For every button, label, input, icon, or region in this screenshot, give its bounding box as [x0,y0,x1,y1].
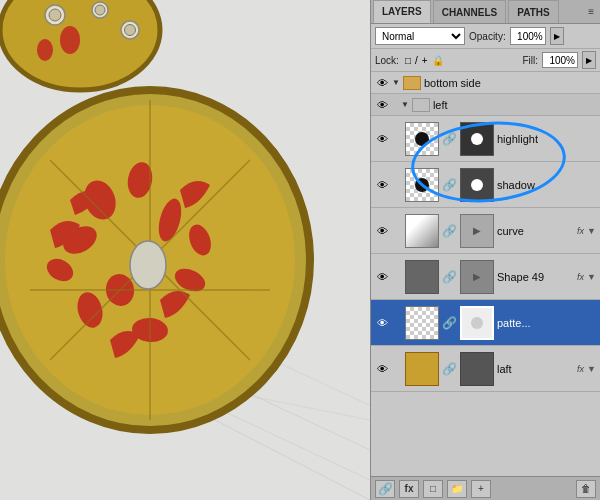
layer-group-bottom-side[interactable]: 👁 ▼ bottom side [371,72,600,94]
layer-row-highlight[interactable]: 👁 🔗 highlight [371,116,600,162]
mask-thumbnail-curve: ▶ [460,214,494,248]
layer-row-patte[interactable]: 👁 🔗 patte... [371,300,600,346]
layers-list: 👁 ▼ bottom side 👁 ▼ left 👁 🔗 [371,72,600,476]
layers-panel: LAYERS CHANNELS PATHS ≡ Normal Opacity: … [370,0,600,500]
thumbnail-shadow [405,168,439,202]
eye-icon-left-bottom[interactable]: 👁 [375,362,389,376]
arrow-icon-left-bottom: ▼ [587,364,596,374]
layer-name-shadow: shadow [497,179,596,191]
eye-icon-shape49[interactable]: 👁 [375,270,389,284]
arrow-icon-shape49: ▼ [587,272,596,282]
svg-point-32 [60,26,80,54]
eye-icon-curve[interactable]: 👁 [375,224,389,238]
link-icon-patte[interactable]: 🔗 [442,316,457,330]
lock-label: Lock: [375,55,399,66]
thumbnail-curve [405,214,439,248]
mask-thumbnail-highlight [460,122,494,156]
eye-icon-patte[interactable]: 👁 [375,316,389,330]
blend-mode-row: Normal Opacity: ▶ [371,24,600,49]
tab-layers[interactable]: LAYERS [373,0,431,23]
panel-tabs: LAYERS CHANNELS PATHS ≡ [371,0,600,24]
lock-row: Lock: □ / + 🔒 Fill: ▶ [371,49,600,72]
svg-point-29 [95,5,105,15]
lock-all-icon[interactable]: 🔒 [432,55,444,66]
layer-row-shadow[interactable]: 👁 🔗 shadow [371,162,600,208]
layer-name-highlight: highlight [497,133,596,145]
sub-group-name: left [433,99,596,111]
lock-transparent-icon[interactable]: □ [405,55,411,66]
svg-point-31 [125,25,136,36]
thumbnail-shape49 [405,260,439,294]
sub-folder-icon [412,98,430,112]
layer-name-patte: patte... [497,317,596,329]
panel-menu-icon[interactable]: ≡ [584,6,598,17]
highlighted-rows-container: 👁 🔗 highlight 👁 🔗 [371,116,600,208]
eye-icon-shadow[interactable]: 👁 [375,178,389,192]
layer-row-curve[interactable]: 👁 🔗 ▶ curve fx ▼ [371,208,600,254]
thumbnail-left-bottom [405,352,439,386]
eye-icon-sub[interactable]: 👁 [375,98,389,112]
fx-label-shape49: fx [577,272,584,282]
layer-row-shape49[interactable]: 👁 🔗 ▶ Shape 49 fx ▼ [371,254,600,300]
mask-thumbnail-shape49: ▶ [460,260,494,294]
thumbnail-highlight [405,122,439,156]
link-icon-shape49[interactable]: 🔗 [442,270,457,284]
svg-point-27 [49,9,61,21]
thumbnail-patte [405,306,439,340]
group-name: bottom side [424,77,596,89]
tab-paths[interactable]: PATHS [508,0,558,23]
layer-row-left-bottom[interactable]: 👁 🔗 laft fx ▼ [371,346,600,392]
artwork-svg [0,0,370,500]
fill-arrow[interactable]: ▶ [582,51,596,69]
layer-name-shape49: Shape 49 [497,271,574,283]
layer-sub-group-left[interactable]: 👁 ▼ left [371,94,600,116]
mask-dot-shadow [415,178,429,192]
arrow-icon-curve: ▼ [587,226,596,236]
add-mask-btn[interactable]: □ [423,480,443,498]
sub-expand-icon[interactable]: ▼ [401,100,409,109]
delete-layer-btn[interactable]: 🗑 [576,480,596,498]
fill-label: Fill: [522,55,538,66]
link-layers-btn[interactable]: 🔗 [375,480,395,498]
fx-label-left-bottom: fx [577,364,584,374]
mask-thumbnail-patte [460,306,494,340]
artwork-panel [0,0,370,500]
link-icon-shadow[interactable]: 🔗 [442,178,457,192]
opacity-label: Opacity: [469,31,506,42]
svg-point-23 [130,241,166,289]
svg-point-33 [37,39,53,61]
link-icon-highlight[interactable]: 🔗 [442,132,457,146]
fx-label-curve: fx [577,226,584,236]
fill-input[interactable] [542,52,578,68]
layers-toolbar: 🔗 fx □ 📁 + 🗑 [371,476,600,500]
expand-icon[interactable]: ▼ [392,78,400,87]
folder-icon [403,76,421,90]
eye-icon-group[interactable]: 👁 [375,76,389,90]
mask-thumbnail-shadow [460,168,494,202]
link-icon-curve[interactable]: 🔗 [442,224,457,238]
tab-channels[interactable]: CHANNELS [433,0,507,23]
eye-icon-highlight[interactable]: 👁 [375,132,389,146]
lock-position-icon[interactable]: + [422,55,428,66]
mask-dot-highlight [415,132,429,146]
layer-name-left-bottom: laft [497,363,574,375]
new-group-btn[interactable]: 📁 [447,480,467,498]
opacity-input[interactable] [510,27,546,45]
blend-mode-select[interactable]: Normal [375,27,465,45]
add-style-btn[interactable]: fx [399,480,419,498]
link-icon-left-bottom[interactable]: 🔗 [442,362,457,376]
mask-thumbnail-left-bottom [460,352,494,386]
lock-image-icon[interactable]: / [415,55,418,66]
layer-name-curve: curve [497,225,574,237]
new-layer-btn[interactable]: + [471,480,491,498]
opacity-arrow[interactable]: ▶ [550,27,564,45]
